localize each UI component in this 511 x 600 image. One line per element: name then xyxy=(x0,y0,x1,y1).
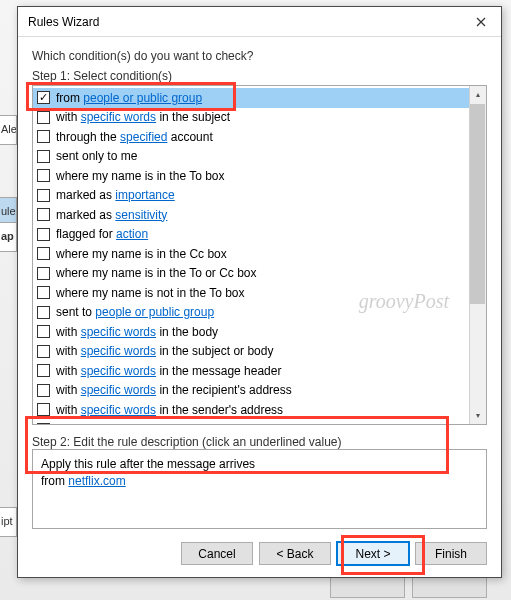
checkbox[interactable] xyxy=(37,267,50,280)
condition-link[interactable]: specified xyxy=(120,130,167,144)
condition-link[interactable]: action xyxy=(116,227,148,241)
condition-text: where my name is in the To box xyxy=(56,169,225,183)
condition-link[interactable]: importance xyxy=(115,188,174,202)
checkbox[interactable]: ✓ xyxy=(37,91,50,104)
condition-text: marked as sensitivity xyxy=(56,208,167,222)
close-button[interactable] xyxy=(461,7,501,37)
button-bar: Cancel < Back Next > Finish xyxy=(32,530,487,577)
conditions-listbox[interactable]: ✓from people or public groupwith specifi… xyxy=(32,85,487,425)
condition-text: where my name is in the Cc box xyxy=(56,247,227,261)
condition-item[interactable]: with specific words in the body xyxy=(33,322,469,342)
condition-item[interactable]: ✓from people or public group xyxy=(33,88,469,108)
close-icon xyxy=(476,17,486,27)
condition-link[interactable]: specific words xyxy=(81,383,156,397)
finish-button[interactable]: Finish xyxy=(415,542,487,565)
cancel-button[interactable]: Cancel xyxy=(181,542,253,565)
checkbox[interactable] xyxy=(37,345,50,358)
description-box: Apply this rule after the message arrive… xyxy=(32,449,487,529)
back-button[interactable]: < Back xyxy=(259,542,331,565)
condition-item[interactable]: flagged for action xyxy=(33,225,469,245)
condition-item[interactable]: through the specified account xyxy=(33,127,469,147)
checkbox[interactable] xyxy=(37,403,50,416)
checkbox[interactable] xyxy=(37,325,50,338)
condition-link[interactable]: specific words xyxy=(81,344,156,358)
condition-text: with specific words in the sender's addr… xyxy=(56,403,283,417)
condition-item[interactable]: where my name is not in the To box xyxy=(33,283,469,303)
condition-item[interactable]: assigned to category category xyxy=(33,420,469,426)
condition-text: sent only to me xyxy=(56,149,137,163)
description-line2: from netflix.com xyxy=(41,473,478,490)
condition-link[interactable]: specific words xyxy=(81,325,156,339)
condition-item[interactable]: with specific words in the sender's addr… xyxy=(33,400,469,420)
scroll-thumb[interactable] xyxy=(470,104,485,304)
condition-text: assigned to category category xyxy=(56,422,216,425)
condition-text: with specific words in the message heade… xyxy=(56,364,281,378)
back-label-ap: ap xyxy=(0,230,16,242)
condition-text: flagged for action xyxy=(56,227,148,241)
condition-text: through the specified account xyxy=(56,130,213,144)
condition-text: with specific words in the subject xyxy=(56,110,230,124)
titlebar: Rules Wizard xyxy=(18,7,501,37)
description-line1: Apply this rule after the message arrive… xyxy=(41,456,478,473)
dialog-title: Rules Wizard xyxy=(28,15,461,29)
condition-text: where my name is in the To or Cc box xyxy=(56,266,257,280)
checkbox[interactable] xyxy=(37,247,50,260)
condition-item[interactable]: sent only to me xyxy=(33,147,469,167)
checkbox[interactable] xyxy=(37,150,50,163)
condition-link[interactable]: specific words xyxy=(81,110,156,124)
condition-item[interactable]: with specific words in the subject or bo… xyxy=(33,342,469,362)
condition-item[interactable]: marked as importance xyxy=(33,186,469,206)
condition-text: with specific words in the subject or bo… xyxy=(56,344,273,358)
condition-text: marked as importance xyxy=(56,188,175,202)
condition-item[interactable]: where my name is in the To box xyxy=(33,166,469,186)
backdrop-button-1[interactable] xyxy=(330,576,405,598)
condition-item[interactable]: sent to people or public group xyxy=(33,303,469,323)
condition-link[interactable]: category xyxy=(121,422,167,425)
prompt-text: Which condition(s) do you want to check? xyxy=(32,49,487,63)
condition-text: where my name is not in the To box xyxy=(56,286,245,300)
checkbox[interactable] xyxy=(37,169,50,182)
checkbox[interactable] xyxy=(37,384,50,397)
condition-item[interactable]: with specific words in the subject xyxy=(33,108,469,128)
condition-link[interactable]: specific words xyxy=(81,403,156,417)
description-link-from[interactable]: netflix.com xyxy=(68,474,125,488)
checkbox[interactable] xyxy=(37,228,50,241)
back-label-ule: ule xyxy=(0,205,16,217)
checkbox[interactable] xyxy=(37,130,50,143)
back-label-ipt: ipt xyxy=(0,515,16,527)
condition-link[interactable]: people or public group xyxy=(83,91,202,105)
condition-item[interactable]: where my name is in the Cc box xyxy=(33,244,469,264)
scroll-up-icon[interactable]: ▴ xyxy=(469,86,486,103)
condition-item[interactable]: with specific words in the recipient's a… xyxy=(33,381,469,401)
checkbox[interactable] xyxy=(37,364,50,377)
condition-item[interactable]: where my name is in the To or Cc box xyxy=(33,264,469,284)
next-button[interactable]: Next > xyxy=(337,542,409,565)
condition-link[interactable]: people or public group xyxy=(95,305,214,319)
checkbox[interactable] xyxy=(37,423,50,425)
scroll-down-icon[interactable]: ▾ xyxy=(469,407,486,424)
rules-wizard-dialog: Rules Wizard Which condition(s) do you w… xyxy=(17,6,502,578)
condition-text: with specific words in the recipient's a… xyxy=(56,383,292,397)
checkbox[interactable] xyxy=(37,286,50,299)
condition-text: sent to people or public group xyxy=(56,305,214,319)
condition-item[interactable]: marked as sensitivity xyxy=(33,205,469,225)
checkbox[interactable] xyxy=(37,208,50,221)
condition-text: from people or public group xyxy=(56,91,202,105)
checkbox[interactable] xyxy=(37,306,50,319)
step1-label: Step 1: Select condition(s) xyxy=(32,69,487,83)
condition-link[interactable]: specific words xyxy=(81,364,156,378)
condition-link[interactable]: sensitivity xyxy=(115,208,167,222)
checkbox[interactable] xyxy=(37,111,50,124)
back-label-ale: Ale xyxy=(0,123,16,135)
scrollbar[interactable]: ▴ ▾ xyxy=(469,86,486,424)
dialog-content: Which condition(s) do you want to check?… xyxy=(18,37,501,577)
checkbox[interactable] xyxy=(37,189,50,202)
condition-item[interactable]: with specific words in the message heade… xyxy=(33,361,469,381)
backdrop-button-2[interactable] xyxy=(412,576,487,598)
condition-text: with specific words in the body xyxy=(56,325,218,339)
step2-label: Step 2: Edit the rule description (click… xyxy=(32,435,487,449)
